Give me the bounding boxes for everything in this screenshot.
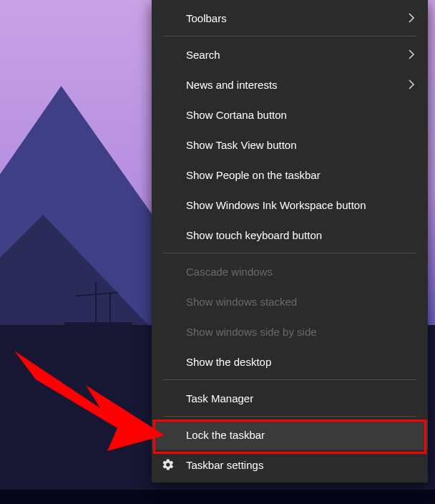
menu-item-show-touch-keyboard[interactable]: Show touch keyboard button (152, 220, 428, 250)
chevron-right-icon (408, 49, 415, 60)
menu-item-lock-taskbar[interactable]: Lock the taskbar (152, 420, 428, 450)
menu-item-show-side-by-side: Show windows side by side (152, 316, 428, 346)
menu-item-show-people[interactable]: Show People on the taskbar (152, 160, 428, 190)
chevron-right-icon (408, 79, 415, 90)
menu-item-show-task-view[interactable]: Show Task View button (152, 130, 428, 160)
menu-item-task-manager[interactable]: Task Manager (152, 383, 428, 413)
menu-item-taskbar-settings[interactable]: Taskbar settings (152, 450, 428, 480)
gear-icon (162, 458, 175, 471)
menu-item-label: Show People on the taskbar (186, 169, 415, 181)
menu-item-label: Show Windows Ink Workspace button (186, 199, 415, 211)
taskbar[interactable] (0, 490, 435, 504)
menu-item-label: Show Cortana button (186, 109, 415, 121)
menu-item-label: Taskbar settings (186, 459, 415, 471)
menu-item-search[interactable]: Search (152, 39, 428, 69)
menu-separator (163, 253, 416, 253)
menu-item-show-ink-workspace[interactable]: Show Windows Ink Workspace button (152, 190, 428, 220)
menu-item-label: News and interests (186, 79, 408, 91)
taskbar-context-menu: Toolbars Search News and interests Show … (152, 0, 428, 483)
menu-item-label: Task Manager (186, 392, 415, 404)
menu-item-label: Search (186, 49, 408, 61)
menu-item-cascade-windows: Cascade windows (152, 256, 428, 286)
menu-item-label: Show the desktop (186, 356, 415, 368)
menu-separator (163, 379, 416, 380)
menu-item-news-and-interests[interactable]: News and interests (152, 69, 428, 100)
menu-item-show-desktop[interactable]: Show the desktop (152, 346, 428, 377)
menu-item-label: Show Task View button (186, 139, 415, 151)
menu-separator (163, 416, 416, 417)
menu-item-label: Toolbars (186, 12, 408, 24)
menu-separator (163, 36, 416, 37)
chevron-right-icon (408, 12, 415, 24)
menu-item-label: Lock the taskbar (186, 429, 415, 441)
menu-item-toolbars[interactable]: Toolbars (152, 3, 428, 33)
menu-item-label: Show windows stacked (186, 296, 415, 308)
menu-item-label: Cascade windows (186, 266, 415, 278)
menu-item-show-stacked: Show windows stacked (152, 286, 428, 316)
menu-item-label: Show touch keyboard button (186, 229, 415, 241)
menu-item-label: Show windows side by side (186, 326, 415, 338)
menu-item-show-cortana[interactable]: Show Cortana button (152, 100, 428, 130)
